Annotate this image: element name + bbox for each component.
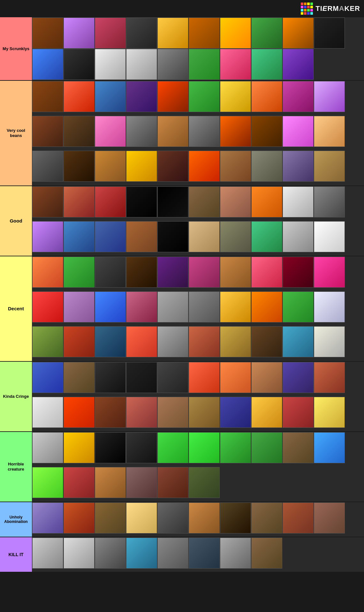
list-item xyxy=(64,326,95,357)
list-item xyxy=(251,397,282,428)
list-item xyxy=(95,538,126,569)
list-item xyxy=(126,502,157,533)
list-item xyxy=(95,397,126,428)
list-item xyxy=(126,257,157,288)
list-item xyxy=(95,49,126,80)
list-item xyxy=(64,18,95,49)
list-item xyxy=(189,257,220,288)
list-item xyxy=(314,362,345,393)
list-item xyxy=(189,221,220,252)
list-item xyxy=(251,18,282,49)
tier-content-horrible-creature xyxy=(32,432,364,502)
list-item xyxy=(314,151,345,182)
list-item xyxy=(95,221,126,252)
tier-content-decent xyxy=(32,256,364,361)
list-item xyxy=(95,291,126,322)
list-item xyxy=(251,81,282,112)
list-item xyxy=(189,151,220,182)
list-item xyxy=(220,151,251,182)
tier-row-kinda-cringe: Kinda Cringe xyxy=(0,362,364,432)
list-item xyxy=(220,257,251,288)
list-item xyxy=(64,221,95,252)
list-item xyxy=(189,432,220,463)
list-item xyxy=(32,291,63,322)
tier-label-my-scrunklys: My Scrunklys xyxy=(0,17,32,80)
list-item xyxy=(157,221,188,252)
list-item xyxy=(157,291,188,322)
list-item xyxy=(251,362,282,393)
list-item xyxy=(95,467,126,498)
tier-row-unholy-abomination: Unholy Abomination xyxy=(0,502,364,537)
list-item xyxy=(220,291,251,322)
list-item xyxy=(251,49,282,80)
list-item xyxy=(32,221,63,252)
list-item xyxy=(32,186,63,217)
list-item xyxy=(157,432,188,463)
tier-label-good: Good xyxy=(0,186,32,256)
list-item xyxy=(32,257,63,288)
tier-row-my-scrunklys: My Scrunklys xyxy=(0,17,364,81)
logo-text: TierMaker xyxy=(315,4,360,13)
list-item xyxy=(189,397,220,428)
list-item xyxy=(64,291,95,322)
logo: TierMaker xyxy=(301,3,360,15)
list-item xyxy=(157,467,188,498)
logo-grid xyxy=(301,3,313,15)
list-item xyxy=(251,291,282,322)
list-item xyxy=(314,81,345,112)
list-item xyxy=(251,186,282,217)
list-item xyxy=(314,221,345,252)
list-item xyxy=(157,49,188,80)
tier-content-good xyxy=(32,186,364,256)
list-item xyxy=(32,49,63,80)
list-item xyxy=(126,49,157,80)
list-item xyxy=(32,151,63,182)
tier-label-decent: Decent xyxy=(0,256,32,361)
list-item xyxy=(157,362,188,393)
list-item xyxy=(64,81,95,112)
list-item xyxy=(314,326,345,357)
list-item xyxy=(157,116,188,147)
list-item xyxy=(64,432,95,463)
list-item xyxy=(126,18,157,49)
list-item xyxy=(283,221,314,252)
tier-label-unholy-abomination: Unholy Abomination xyxy=(0,502,32,537)
tier-content-very-cool-beans xyxy=(32,81,364,185)
list-item xyxy=(251,432,282,463)
list-item xyxy=(189,81,220,112)
list-item xyxy=(314,502,345,533)
list-item xyxy=(32,18,63,49)
list-item xyxy=(95,432,126,463)
list-item xyxy=(283,257,314,288)
list-item xyxy=(95,257,126,288)
list-item xyxy=(32,81,63,112)
list-item xyxy=(64,467,95,498)
list-item xyxy=(283,432,314,463)
list-item xyxy=(251,221,282,252)
tier-label-very-cool-beans: Very cool beans xyxy=(0,81,32,185)
tier-label-kinda-cringe: Kinda Cringe xyxy=(0,362,32,431)
list-item xyxy=(251,151,282,182)
list-item xyxy=(314,257,345,288)
list-item xyxy=(189,291,220,322)
list-item xyxy=(64,538,95,569)
list-item xyxy=(283,397,314,428)
list-item xyxy=(64,502,95,533)
list-item xyxy=(251,502,282,533)
list-item xyxy=(95,151,126,182)
list-item xyxy=(157,397,188,428)
list-item xyxy=(220,538,251,569)
header: TierMaker xyxy=(0,0,364,17)
list-item xyxy=(157,18,188,49)
list-item xyxy=(126,326,157,357)
list-item xyxy=(64,362,95,393)
list-item xyxy=(157,502,188,533)
tier-row-very-cool-beans: Very cool beans xyxy=(0,81,364,186)
list-item xyxy=(126,116,157,147)
list-item xyxy=(64,186,95,217)
list-item xyxy=(95,502,126,533)
list-item xyxy=(126,291,157,322)
list-item xyxy=(314,116,345,147)
list-item xyxy=(64,257,95,288)
page-container: TierMaker My Scrunklys xyxy=(0,0,364,572)
